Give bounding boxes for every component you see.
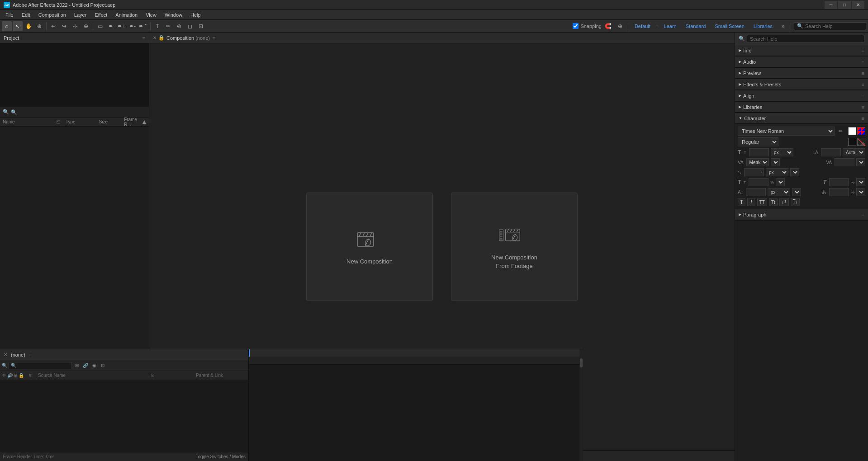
home-tool-button[interactable]: ⌂ bbox=[2, 21, 12, 31]
align-section-header[interactable]: ▶ Align ≡ bbox=[735, 90, 868, 101]
tracking-dropdown[interactable]: ▼ bbox=[856, 158, 865, 166]
font-size-unit-select[interactable]: px bbox=[771, 148, 793, 156]
snap-target-button[interactable]: ⊕ bbox=[615, 21, 625, 31]
snap-magnet-button[interactable]: 🧲 bbox=[603, 21, 613, 31]
menu-composition[interactable]: Composition bbox=[35, 11, 70, 19]
character-section-menu[interactable]: ≡ bbox=[862, 116, 864, 121]
font-name-select[interactable]: Times New Roman bbox=[738, 127, 835, 136]
preview-section-menu[interactable]: ≡ bbox=[862, 71, 864, 76]
info-section-menu[interactable]: ≡ bbox=[862, 48, 864, 53]
timeline-ruler[interactable] bbox=[249, 357, 583, 365]
fill-color-box[interactable] bbox=[848, 127, 856, 135]
new-composition-card[interactable]: New Composition bbox=[306, 193, 433, 301]
menu-file[interactable]: File bbox=[2, 11, 17, 19]
brush-tool-button[interactable]: ✏ bbox=[163, 21, 173, 31]
horizontal-scale-input[interactable]: 100 bbox=[829, 178, 849, 186]
minimize-button[interactable]: ─ bbox=[825, 1, 837, 9]
character-section-header[interactable]: ▼ Character ≡ bbox=[735, 113, 868, 124]
puppet-tool-button[interactable]: ⊡ bbox=[196, 21, 206, 31]
font-size-input[interactable]: 36 bbox=[749, 148, 769, 156]
paragraph-section-header[interactable]: ▶ Paragraph ≡ bbox=[735, 209, 868, 220]
indent-dropdown[interactable]: ▼ bbox=[790, 168, 799, 176]
timeline-search-input[interactable] bbox=[9, 362, 72, 369]
stroke-color-box[interactable] bbox=[857, 127, 865, 135]
menu-layer[interactable]: Layer bbox=[71, 11, 90, 19]
indent-unit-select[interactable]: px bbox=[766, 168, 788, 176]
timeline-body[interactable] bbox=[249, 365, 583, 461]
pen-add-button[interactable]: ✒+ bbox=[117, 21, 127, 31]
move-button[interactable]: ⊕ bbox=[81, 21, 91, 31]
text-style-smallcaps-button[interactable]: Tt bbox=[769, 198, 778, 206]
info-section-header[interactable]: ▶ Info ≡ bbox=[735, 45, 868, 56]
text-style-normal-button[interactable]: T bbox=[738, 198, 745, 206]
undo-button[interactable]: ↩ bbox=[48, 21, 58, 31]
scrollbar-thumb[interactable] bbox=[580, 358, 583, 367]
fill-color-box-2[interactable] bbox=[848, 138, 856, 146]
libraries-section-menu[interactable]: ≡ bbox=[862, 104, 864, 110]
stroke-color-box-2[interactable] bbox=[857, 138, 865, 146]
type-tool-button[interactable]: T bbox=[152, 21, 162, 31]
baseline-shift-input[interactable]: 0 bbox=[746, 188, 766, 196]
text-style-super-button[interactable]: T1 bbox=[779, 198, 789, 206]
eraser-tool-button[interactable]: ◻ bbox=[185, 21, 195, 31]
rect-tool-button[interactable]: ▭ bbox=[95, 21, 105, 31]
hand-tool-button[interactable]: ✋ bbox=[24, 21, 33, 31]
text-style-allcaps-button[interactable]: TT bbox=[757, 198, 767, 206]
libraries-section-header[interactable]: ▶ Libraries ≡ bbox=[735, 102, 868, 113]
comp-tab-close-button[interactable]: ✕ bbox=[153, 35, 157, 40]
font-style-select[interactable]: Regular bbox=[738, 137, 778, 146]
pen-del-button[interactable]: ✒- bbox=[128, 21, 138, 31]
move-anchor-button[interactable]: ⊹ bbox=[70, 21, 80, 31]
horizontal-scale-dropdown[interactable]: ▼ bbox=[856, 178, 865, 186]
kerning-select[interactable]: Metrics bbox=[746, 158, 769, 166]
comp-panel-menu-icon[interactable]: ≡ bbox=[213, 35, 215, 41]
snapping-checkbox[interactable] bbox=[573, 23, 579, 29]
maximize-button[interactable]: □ bbox=[838, 1, 851, 9]
menu-animation[interactable]: Animation bbox=[112, 11, 141, 19]
toggle-switches-modes[interactable]: Toggle Switches / Modes bbox=[195, 454, 246, 459]
effects-presets-section-header[interactable]: ▶ Effects & Presets ≡ bbox=[735, 79, 868, 90]
menu-view[interactable]: View bbox=[142, 11, 160, 19]
text-style-sub-button[interactable]: T1 bbox=[791, 198, 800, 206]
tl-playback-button[interactable]: ⊡ bbox=[99, 362, 106, 369]
effects-presets-section-menu[interactable]: ≡ bbox=[862, 82, 864, 87]
audio-section-header[interactable]: ▶ Audio ≡ bbox=[735, 56, 868, 67]
workspace-small-screen-button[interactable]: Small Screen bbox=[711, 23, 748, 30]
menu-window[interactable]: Window bbox=[161, 11, 186, 19]
leading-unit-select[interactable]: Auto bbox=[843, 148, 865, 156]
clone-tool-button[interactable]: ⊚ bbox=[174, 21, 184, 31]
kerning-dropdown[interactable]: ▼ bbox=[771, 158, 780, 166]
menu-edit[interactable]: Edit bbox=[18, 11, 34, 19]
search-help-field[interactable] bbox=[747, 35, 864, 43]
pen-tool-button[interactable]: ✒ bbox=[106, 21, 116, 31]
indent-input[interactable] bbox=[744, 168, 764, 176]
vertical-scale-input[interactable]: 100 bbox=[749, 178, 768, 186]
baseline-unit-select[interactable]: px bbox=[768, 188, 790, 196]
tl-solo-button[interactable]: ◉ bbox=[90, 362, 98, 369]
workspace-learn-button[interactable]: Learn bbox=[660, 23, 680, 30]
project-panel-menu-icon[interactable]: ≡ bbox=[142, 35, 145, 41]
project-search-input[interactable] bbox=[11, 109, 146, 115]
menu-help[interactable]: Help bbox=[187, 11, 204, 19]
align-section-menu[interactable]: ≡ bbox=[862, 93, 864, 99]
timeline-close-button[interactable]: ✕ bbox=[4, 352, 7, 357]
text-style-italic-button[interactable]: T bbox=[747, 198, 755, 206]
vertical-scale-dropdown[interactable]: ▼ bbox=[776, 178, 785, 186]
menu-effect[interactable]: Effect bbox=[91, 11, 111, 19]
zoom-tool-button[interactable]: ⊕ bbox=[34, 21, 44, 31]
baseline-dropdown[interactable]: ▼ bbox=[792, 188, 801, 196]
pen-corner-button[interactable]: ✒⌃ bbox=[138, 21, 148, 31]
tl-compose-icon-button[interactable]: ⊞ bbox=[73, 362, 81, 369]
preview-section-header[interactable]: ▶ Preview ≡ bbox=[735, 68, 868, 79]
new-composition-from-footage-card[interactable]: New Composition From Footage bbox=[451, 193, 578, 301]
timeline-panel-menu[interactable]: ≡ bbox=[29, 352, 32, 358]
paragraph-section-menu[interactable]: ≡ bbox=[862, 212, 864, 217]
leading-input[interactable]: Auto bbox=[821, 148, 841, 156]
redo-button[interactable]: ↪ bbox=[59, 21, 69, 31]
font-edit-button[interactable]: ✏ bbox=[836, 127, 844, 135]
close-button[interactable]: ✕ bbox=[852, 1, 864, 9]
selection-tool-button[interactable]: ↖ bbox=[13, 21, 23, 31]
tracking-input[interactable]: 0 bbox=[835, 158, 854, 166]
audio-section-menu[interactable]: ≡ bbox=[862, 59, 864, 65]
tl-link-button[interactable]: 🔗 bbox=[82, 362, 89, 369]
